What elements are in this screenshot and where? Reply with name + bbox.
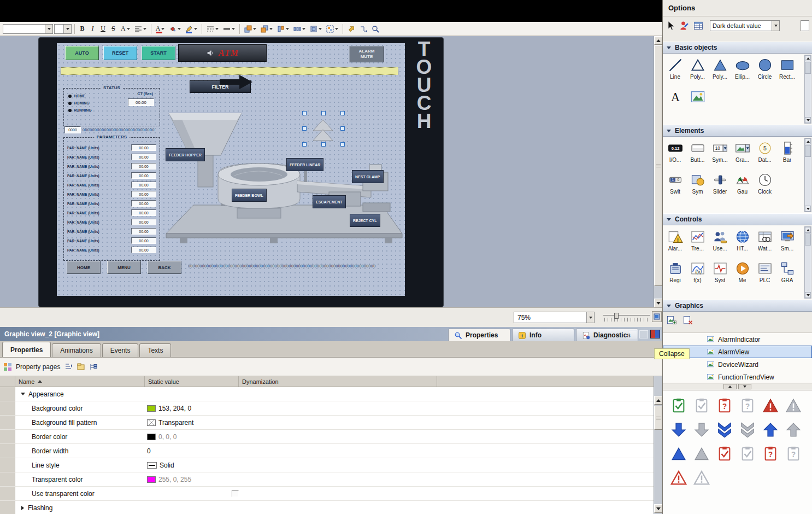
property-dynamization[interactable] bbox=[239, 501, 437, 514]
scrollbar-thumb[interactable] bbox=[654, 406, 662, 430]
tool-gauge[interactable]: Gau bbox=[731, 171, 754, 201]
subtab-texts[interactable]: Texts bbox=[139, 343, 171, 357]
color-swatch[interactable] bbox=[147, 405, 156, 412]
section-elements[interactable]: Elements bbox=[663, 125, 812, 137]
panel-options-button[interactable] bbox=[801, 20, 809, 31]
tool-bar[interactable]: Bar bbox=[776, 139, 798, 170]
selection-handle[interactable] bbox=[321, 142, 326, 147]
property-value[interactable]: 0 bbox=[145, 444, 239, 458]
line-width-button[interactable] bbox=[221, 24, 237, 34]
arrow-double-down-blue-thumbnail[interactable] bbox=[713, 418, 736, 442]
property-dynamization[interactable] bbox=[239, 387, 437, 401]
clipboard-check-red-thumbnail[interactable] bbox=[713, 442, 736, 466]
selection-handle[interactable] bbox=[321, 111, 326, 115]
inspector-vertical-scrollbar[interactable] bbox=[654, 376, 662, 514]
arrow-double-down-gray-thumbnail[interactable] bbox=[736, 418, 759, 442]
subtab-events[interactable]: Events bbox=[102, 343, 139, 357]
tool-graphic-io[interactable]: Gra... bbox=[731, 139, 754, 170]
warning-outline-gray-thumbnail[interactable] bbox=[690, 466, 713, 490]
property-dynamization[interactable] bbox=[239, 401, 437, 415]
parameter-value-field[interactable]: 00.00 bbox=[131, 247, 156, 253]
tool-symbol-library[interactable]: Sym bbox=[686, 171, 709, 201]
fit-to-screen-button[interactable] bbox=[652, 311, 662, 322]
scrollbar-thumb[interactable] bbox=[654, 45, 662, 286]
parameter-value-field[interactable]: 00.00 bbox=[131, 154, 156, 160]
chevron-down-icon[interactable] bbox=[63, 25, 71, 33]
italic-button[interactable]: I bbox=[88, 24, 97, 34]
property-value[interactable]: Transparent bbox=[145, 416, 239, 429]
scroll-up-button[interactable] bbox=[654, 36, 662, 45]
font-color-button[interactable]: A bbox=[154, 24, 167, 34]
property-dynamization[interactable] bbox=[239, 444, 437, 458]
tool-text[interactable]: A bbox=[664, 87, 686, 118]
scroll-down-button[interactable] bbox=[654, 299, 662, 307]
line-style-swatch[interactable] bbox=[147, 462, 157, 469]
sort-icon[interactable] bbox=[64, 363, 73, 371]
selection-handle[interactable] bbox=[302, 126, 307, 131]
clipboard-check-green-thumbnail[interactable] bbox=[667, 394, 690, 418]
scroll-down-button[interactable] bbox=[654, 504, 662, 513]
parameter-value-field[interactable]: 00.00 bbox=[131, 209, 156, 216]
hmi-nav-home[interactable]: HOME bbox=[67, 261, 101, 274]
clipboard-help-gray-thumbnail[interactable]: ? bbox=[736, 394, 759, 418]
counter-field[interactable]: 0000 bbox=[64, 126, 81, 133]
hmi-parameters-groupbox[interactable]: PARAMETERS PAR: NAME (Units)00.00PAR: NA… bbox=[63, 137, 160, 261]
property-dynamization[interactable] bbox=[239, 416, 437, 429]
parameter-value-field[interactable]: 00.00 bbox=[131, 237, 156, 244]
selection-handle[interactable] bbox=[340, 142, 345, 147]
scrollbar-thumb[interactable] bbox=[805, 62, 811, 74]
scroll-down-button[interactable] bbox=[805, 292, 811, 298]
clipboard-check-gray-thumbnail[interactable] bbox=[736, 442, 759, 466]
add-graphic-icon[interactable] bbox=[666, 315, 678, 327]
clipboard-help-red-thumbnail[interactable]: ? bbox=[759, 442, 782, 466]
collapse-all-icon[interactable] bbox=[89, 363, 98, 371]
machine-label-nest-clamp[interactable]: NEST CLAMP bbox=[352, 170, 384, 183]
tool-switch[interactable]: 10Swit bbox=[664, 171, 686, 201]
group-expanded-icon[interactable] bbox=[21, 393, 25, 395]
triangle-up-blue-thumbnail[interactable] bbox=[667, 442, 690, 466]
tool-slider[interactable]: Slider bbox=[709, 171, 731, 201]
hmi-status-groupbox[interactable]: STATUS HOME HOMING RUNNING CT (Sec) 00.0… bbox=[63, 88, 160, 126]
hmi-nav-menu[interactable]: MENU bbox=[107, 261, 141, 274]
arrow-up-blue-thumbnail[interactable] bbox=[759, 418, 782, 442]
font-size-button[interactable]: A bbox=[119, 24, 132, 34]
align-button[interactable] bbox=[133, 24, 148, 34]
parameter-value-field[interactable]: 00.00 bbox=[131, 200, 156, 207]
filter-arrow-icon[interactable] bbox=[220, 74, 255, 90]
grid-dynamization-header[interactable]: Dynamization bbox=[239, 376, 437, 387]
triangle-up-gray-thumbnail[interactable] bbox=[690, 442, 713, 466]
property-value[interactable]: 0, 0, 0 bbox=[145, 430, 239, 443]
property-dynamization[interactable] bbox=[239, 458, 437, 472]
scroll-up-button[interactable] bbox=[654, 396, 662, 405]
tool-media-player[interactable]: Me bbox=[731, 259, 754, 290]
tool-system-diagnostics[interactable]: Syst bbox=[709, 259, 731, 290]
scrollbar-thumb[interactable] bbox=[805, 145, 811, 157]
splitter-down-button[interactable] bbox=[738, 384, 751, 389]
tool-watch-table[interactable]: Wat... bbox=[754, 227, 776, 258]
subtab-properties[interactable]: Properties bbox=[2, 342, 51, 357]
scrollbar-thumb[interactable] bbox=[805, 233, 811, 246]
line-style-button[interactable] bbox=[205, 24, 220, 34]
property-dynamization[interactable] bbox=[239, 472, 437, 486]
property-value[interactable] bbox=[145, 501, 239, 514]
chevron-down-icon[interactable] bbox=[586, 312, 594, 323]
group-collapsed-icon[interactable] bbox=[21, 506, 24, 510]
hmi-nav-back[interactable]: BACK bbox=[148, 261, 181, 274]
tool-date-time[interactable]: 5Dat... bbox=[754, 139, 776, 170]
property-dynamization[interactable] bbox=[239, 430, 437, 443]
chevron-down-icon[interactable] bbox=[45, 25, 52, 33]
tool-plc-code[interactable]: PLC bbox=[754, 259, 776, 290]
machine-label-feeder-linear[interactable]: FEEDER LINEAR bbox=[286, 158, 323, 171]
property-value[interactable]: 255, 0, 255 bbox=[145, 472, 239, 486]
tool-polyline[interactable]: Poly... bbox=[686, 56, 709, 86]
section-controls[interactable]: Controls bbox=[663, 213, 812, 225]
cycle-time-value[interactable]: 00.00 bbox=[128, 98, 154, 106]
parameter-value-field[interactable]: 00.00 bbox=[131, 172, 156, 179]
clipboard-help-gray-thumbnail[interactable]: ? bbox=[782, 442, 805, 466]
cursor-icon[interactable] bbox=[666, 20, 676, 31]
graphics-splitter[interactable] bbox=[663, 383, 812, 390]
scroll-up-button[interactable] bbox=[805, 138, 811, 144]
tab-order-button[interactable] bbox=[358, 24, 369, 34]
underline-button[interactable]: U bbox=[98, 24, 108, 34]
warning-gray-thumbnail[interactable] bbox=[782, 394, 805, 418]
